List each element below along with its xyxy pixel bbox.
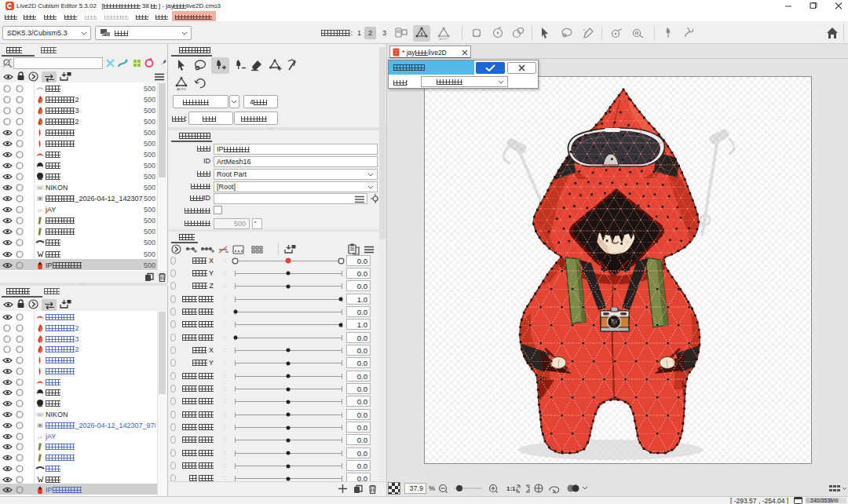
svg-text:AUTO: AUTO — [439, 37, 448, 41]
svg-text:AUTO: AUTO — [177, 87, 186, 91]
svg-text:1:1: 1:1 — [506, 485, 516, 492]
